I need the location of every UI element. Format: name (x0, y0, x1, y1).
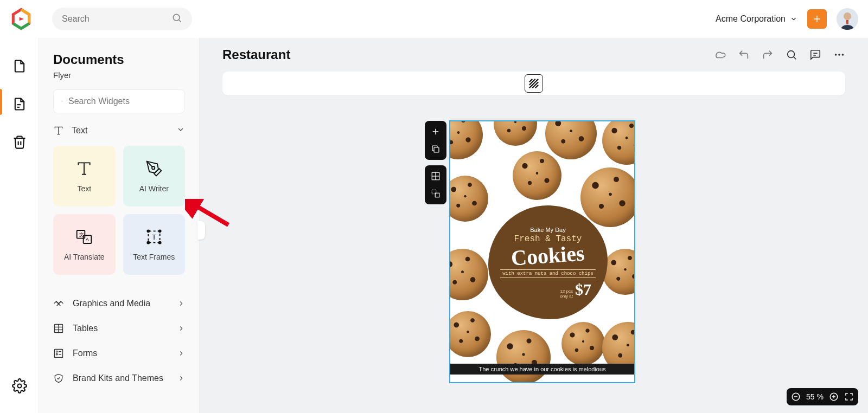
svg-point-43 (842, 54, 844, 56)
svg-point-26 (147, 242, 149, 244)
undo-icon (738, 49, 750, 61)
global-search-input[interactable] (62, 14, 171, 24)
svg-point-37 (788, 51, 795, 58)
flyer-splash: Bake My Day Fresh & Tasty Cookies with e… (488, 205, 608, 319)
category-forms[interactable]: Forms (53, 341, 185, 366)
svg-line-38 (794, 57, 796, 59)
svg-point-27 (158, 242, 161, 244)
svg-point-17 (152, 166, 155, 169)
nav-widgets[interactable] (4, 89, 35, 119)
svg-point-6 (844, 12, 851, 20)
nav-active-indicator (0, 89, 2, 115)
text-frame-icon: T (145, 228, 163, 246)
cookie-image (561, 322, 605, 365)
guides-icon (431, 189, 441, 198)
annotation-arrow (185, 199, 234, 231)
undo-button[interactable] (738, 49, 750, 61)
zoom-in-button[interactable] (829, 392, 839, 402)
grid-button[interactable] (428, 169, 443, 184)
search-icon (171, 12, 182, 25)
global-search[interactable] (52, 8, 192, 30)
zoom-value[interactable]: 55 % (806, 392, 824, 401)
svg-point-33 (56, 351, 58, 352)
more-menu-button[interactable] (833, 49, 845, 61)
svg-line-12 (62, 102, 63, 102)
widget-search[interactable] (53, 89, 185, 113)
zoom-toolbar: 55 % (787, 388, 858, 405)
category-graphics[interactable]: Graphics and Media (53, 291, 185, 316)
svg-point-35 (56, 353, 58, 355)
category-label: Text (72, 126, 169, 135)
graphics-icon (53, 298, 64, 309)
create-button[interactable] (807, 9, 827, 29)
cookie-image (449, 120, 483, 159)
category-tables[interactable]: Tables (53, 316, 185, 341)
svg-line-57 (192, 203, 228, 225)
more-horizontal-icon (833, 49, 845, 61)
text-icon (75, 159, 93, 178)
svg-rect-51 (434, 147, 439, 152)
guides-button[interactable] (428, 186, 443, 201)
chevron-down-icon (176, 125, 185, 136)
widget-ai-writer[interactable]: AI Writer (123, 146, 186, 206)
category-label: Brand Kits and Themes (73, 373, 169, 383)
cookie-image (494, 120, 537, 146)
chevron-right-icon (177, 350, 185, 357)
widget-search-input[interactable] (68, 96, 177, 106)
svg-point-11 (62, 101, 63, 102)
category-text[interactable]: Text (53, 125, 185, 136)
zoom-out-button[interactable] (791, 392, 801, 402)
panel-title: Documents (53, 52, 185, 67)
svg-line-44 (529, 79, 533, 82)
org-switcher[interactable]: Acme Corporation (716, 14, 797, 24)
cookie-image (513, 151, 561, 200)
svg-line-47 (532, 82, 538, 88)
flyer-headline: Cookies (510, 240, 586, 270)
document-icon (12, 59, 27, 74)
table-icon (53, 323, 64, 334)
expand-icon (844, 392, 854, 402)
chevron-right-icon (177, 375, 185, 382)
plus-icon (431, 127, 441, 137)
canvas-page[interactable]: Bake My Day Fresh & Tasty Cookies with e… (449, 120, 635, 383)
widget-text[interactable]: Text (53, 146, 116, 206)
flyer-tagline: The crunch we have in our cookies is mel… (450, 364, 634, 375)
text-icon (53, 125, 64, 136)
nav-settings[interactable] (4, 371, 35, 401)
user-avatar[interactable] (837, 8, 858, 30)
widget-ai-translate[interactable]: 文A AI Translate (53, 214, 116, 275)
fullscreen-button[interactable] (844, 392, 854, 402)
cookie-image (580, 167, 635, 227)
zoom-search-button[interactable] (786, 49, 797, 61)
category-label: Tables (73, 324, 169, 333)
svg-rect-32 (55, 350, 63, 358)
trash-icon (12, 134, 27, 150)
category-brand-kits[interactable]: Brand Kits and Themes (53, 366, 185, 391)
svg-point-42 (838, 54, 840, 56)
cloud-sync-button[interactable] (714, 49, 726, 61)
svg-line-45 (529, 79, 535, 85)
add-page-button[interactable] (428, 124, 443, 139)
svg-point-41 (835, 54, 837, 56)
svg-text:文: 文 (79, 232, 84, 237)
pattern-fill-button[interactable] (525, 74, 543, 93)
svg-rect-7 (846, 20, 848, 24)
context-toolbar (222, 72, 845, 95)
comments-button[interactable] (809, 49, 821, 61)
redo-button[interactable] (762, 49, 774, 61)
category-label: Forms (73, 349, 169, 358)
widget-text-frames[interactable]: T Text Frames (123, 214, 186, 275)
nav-trash[interactable] (4, 127, 35, 157)
nav-documents[interactable] (4, 51, 35, 81)
comment-icon (809, 49, 821, 61)
flyer-price: $7 (575, 280, 591, 299)
app-logo[interactable] (10, 8, 33, 30)
svg-point-25 (158, 230, 161, 232)
svg-point-1 (173, 14, 180, 21)
duplicate-page-button[interactable] (428, 141, 443, 157)
flyer-pcs: 12 pcs only at (560, 289, 573, 299)
widget-label: Text (77, 184, 91, 193)
widget-label: AI Translate (64, 253, 105, 261)
redo-icon (762, 49, 774, 61)
search-icon (61, 96, 63, 106)
